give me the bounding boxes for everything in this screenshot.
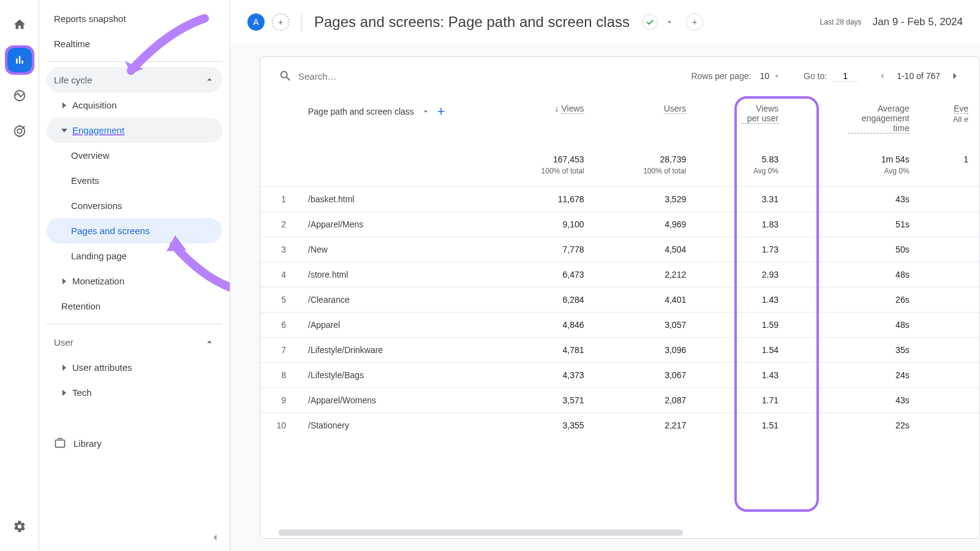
col-avg-engagement-time[interactable]: Average engagement time <box>790 95 921 142</box>
nav-landing-page[interactable]: Landing page <box>47 243 222 268</box>
collapse-sidebar-icon[interactable] <box>209 531 221 544</box>
main: A + Pages and screens: Page path and scr… <box>230 0 980 551</box>
chevron-up-icon <box>204 74 215 85</box>
reports-icon[interactable] <box>7 48 32 72</box>
sidebar: Reports snapshot Realtime Life cycle Acq… <box>39 0 230 551</box>
nav-overview[interactable]: Overview <box>47 143 222 168</box>
chevron-down-icon <box>421 107 430 116</box>
home-icon[interactable] <box>7 12 32 37</box>
table-row[interactable]: 1/basket.html11,6783,5293.3143s <box>260 187 979 212</box>
rows-per-page-label: Rows per page: <box>691 71 751 81</box>
date-range-label: Last 28 days <box>820 18 862 26</box>
customize-button[interactable]: + <box>686 13 703 31</box>
nav-user-attributes[interactable]: User attributes <box>47 355 222 380</box>
chevron-down-icon <box>61 127 67 134</box>
nav-library[interactable]: Library <box>47 430 222 457</box>
svg-rect-3 <box>56 440 65 447</box>
nav-section-user[interactable]: User <box>47 329 222 355</box>
add-dimension-icon[interactable]: + <box>437 104 445 120</box>
goto-label: Go to: <box>804 71 827 81</box>
dimension-selector[interactable]: Page path and screen class + <box>308 104 482 120</box>
chevron-right-icon <box>61 102 67 108</box>
svg-point-2 <box>17 129 21 133</box>
chevron-down-icon <box>773 72 780 80</box>
chevron-up-icon <box>204 336 215 348</box>
advertising-icon[interactable] <box>7 119 32 143</box>
table-row[interactable]: 7/Lifestyle/Drinkware4,7813,0961.5435s <box>260 338 979 363</box>
icon-rail <box>0 0 39 551</box>
library-icon <box>54 437 66 449</box>
next-page-icon[interactable] <box>949 70 961 82</box>
account-avatar[interactable]: A <box>247 13 265 31</box>
table-row[interactable]: 2/Apparel/Mens9,1004,9691.8351s <box>260 212 979 237</box>
table-row[interactable]: 5/Clearance6,2844,4011.4326s <box>260 287 979 313</box>
search-input[interactable] <box>298 71 470 82</box>
col-users[interactable]: Users <box>595 95 698 142</box>
nav-conversions[interactable]: Conversions <box>47 193 222 218</box>
nav-reports-snapshot[interactable]: Reports snapshot <box>47 6 222 31</box>
goto-input[interactable] <box>833 71 858 82</box>
nav-section-lifecycle[interactable]: Life cycle <box>47 67 222 93</box>
verified-badge[interactable] <box>642 14 658 30</box>
col-views-per-user[interactable]: Views per user <box>697 95 790 142</box>
nav-pages-and-screens[interactable]: Pages and screens <box>47 218 222 243</box>
table-row[interactable]: 9/Apparel/Womens3,5712,0871.7143s <box>260 388 979 413</box>
nav-retention[interactable]: Retention <box>47 294 222 319</box>
table-row[interactable]: 8/Lifestyle/Bags4,3733,0671.4324s <box>260 363 979 388</box>
chevron-right-icon <box>61 278 67 284</box>
table-row[interactable]: 4/store.html6,4732,2122.9348s <box>260 262 979 287</box>
date-range[interactable]: Jan 9 - Feb 5, 2024 <box>873 16 963 28</box>
nav-events[interactable]: Events <box>47 168 222 193</box>
nav-tech[interactable]: Tech <box>47 380 222 405</box>
report-card: Rows per page: 10 Go to: 1-10 of 767 <box>260 56 980 539</box>
prev-page-icon[interactable] <box>876 70 888 82</box>
add-comparison-button[interactable]: + <box>272 13 289 31</box>
chevron-down-icon[interactable] <box>665 18 674 26</box>
data-table: Page path and screen class + ↓Views User… <box>260 95 979 438</box>
rows-per-page-select[interactable]: 10 <box>757 71 783 82</box>
nav-realtime[interactable]: Realtime <box>47 31 222 56</box>
page-title: Pages and screens: Page path and screen … <box>314 13 630 31</box>
search-icon <box>279 69 292 83</box>
explore-icon[interactable] <box>7 83 32 108</box>
nav-engagement[interactable]: Engagement <box>47 118 222 143</box>
nav-acquisition[interactable]: Acquisition <box>47 93 222 118</box>
table-row[interactable]: 10/Stationery3,3552,2171.5122s <box>260 413 979 438</box>
chevron-right-icon <box>61 365 67 371</box>
col-views[interactable]: ↓Views <box>493 95 595 142</box>
horizontal-scrollbar[interactable] <box>279 530 683 536</box>
nav-monetization[interactable]: Monetization <box>47 268 222 294</box>
pager-info: 1-10 of 767 <box>897 71 940 81</box>
header: A + Pages and screens: Page path and scr… <box>230 0 980 44</box>
col-event-count[interactable]: EveAll e <box>921 95 979 142</box>
table-row[interactable]: 3/New7,7784,5041.7350s <box>260 237 979 262</box>
table-row[interactable]: 6/Apparel4,8463,0571.5948s <box>260 313 979 338</box>
table-toolbar: Rows per page: 10 Go to: 1-10 of 767 <box>260 57 979 95</box>
chevron-right-icon <box>61 390 67 396</box>
settings-icon[interactable] <box>7 514 32 539</box>
